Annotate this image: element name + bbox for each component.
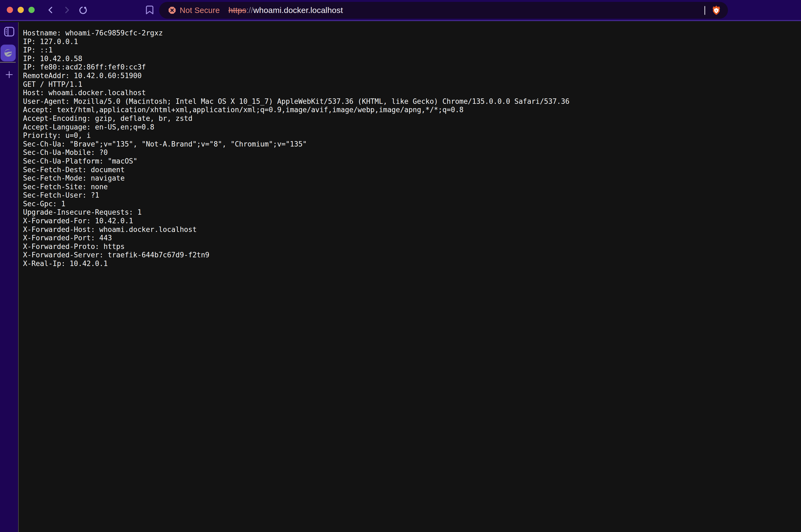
not-secure-icon [168,6,176,14]
address-bar[interactable]: Not Secure https://whoami.docker.localho… [159,2,728,19]
chevron-right-icon [63,6,71,14]
urlbar-right-controls [704,5,721,15]
not-secure-label: Not Secure [180,6,220,15]
sidebar-panel-icon [4,27,14,37]
security-badge[interactable]: Not Secure [168,6,220,15]
sidebar [0,22,19,532]
sidebar-tab-web-active[interactable] [1,44,16,61]
sidebar-toggle-button[interactable] [0,26,18,37]
bookmark-button[interactable] [143,0,156,20]
brave-lion-icon [712,5,721,15]
forward-button[interactable] [61,0,73,20]
minimize-window-button[interactable] [18,7,24,13]
whoami-response-text: Hostname: whoami-76c9859cfc-2rgxz IP: 12… [19,22,801,268]
url-host: whoami.docker.localhost [253,6,343,15]
sidebar-divider [0,62,16,63]
plus-icon [5,71,13,79]
window-controls [7,7,35,13]
url-text: https://whoami.docker.localhost [229,6,343,15]
close-window-button[interactable] [7,7,13,13]
new-tab-button[interactable] [0,69,18,80]
url-scheme: https [229,6,246,15]
brave-shields-button[interactable] [712,5,721,15]
globe-icon [4,49,13,57]
browser-toolbar: Not Secure https://whoami.docker.localho… [0,0,801,21]
reload-icon [78,5,88,15]
chevron-left-icon [47,6,55,14]
urlbar-divider [704,6,705,15]
back-button[interactable] [44,0,57,20]
bookmark-icon [146,5,154,15]
zoom-window-button[interactable] [29,7,35,13]
url-separator: :// [246,6,253,15]
page-content: Hostname: whoami-76c9859cfc-2rgxz IP: 12… [19,22,801,532]
reload-button[interactable] [77,0,89,20]
